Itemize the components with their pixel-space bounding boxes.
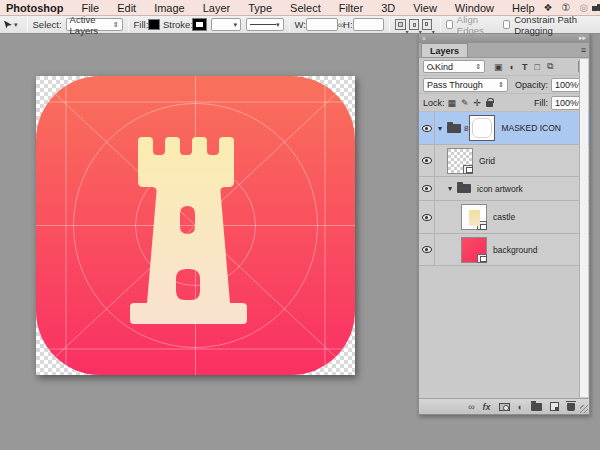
layer-thumbnail[interactable] [461,204,487,230]
panel-menu-icon[interactable]: ≡ [581,46,586,55]
layer-name[interactable]: castle [493,212,515,222]
layer-thumbnail[interactable] [461,237,487,263]
mask-link-icon: 8 [464,124,468,133]
fill-label: Fill: [534,98,548,108]
menu-filter[interactable]: Filter [330,0,372,16]
shape-width-input[interactable] [306,18,338,31]
add-layer-mask-icon[interactable] [499,403,510,411]
blend-mode-dropdown[interactable]: Pass Through ⇕ [423,78,508,92]
layer-row-icon-artwork[interactable]: ▾ icon artwork [419,177,589,201]
shape-height-input[interactable] [353,18,385,31]
layers-panel-footer: ∞ fx ◐ [419,398,589,414]
dropbox-icon[interactable]: ❖ [544,2,553,13]
menu-layer[interactable]: Layer [194,0,240,16]
document-canvas[interactable] [36,76,355,375]
layer-name[interactable]: icon artwork [477,184,523,194]
menu-photoshop[interactable]: Photoshop [0,0,72,16]
layer-row-background[interactable]: background [419,234,589,266]
align-edges-checkbox[interactable]: Align Edges [446,14,493,36]
menu-select[interactable]: Select [281,0,330,16]
opacity-label: Opacity: [515,80,548,90]
disclosure-triangle-icon[interactable]: ▾ [445,184,455,193]
filter-type-layers-icon[interactable]: T [522,62,528,72]
opacity-value: 100% [555,80,578,90]
layer-name[interactable]: MASKED ICON [501,123,561,133]
menu-view[interactable]: View [404,0,446,16]
eye-icon [422,214,432,221]
layer-row-masked-icon[interactable]: ▾ 8 MASKED ICON [419,112,589,145]
lock-all-icon[interactable] [486,101,493,107]
fill-color-swatch[interactable] [148,19,160,30]
menu-3d[interactable]: 3D [372,0,404,16]
visibility-cell[interactable] [419,177,435,200]
divider [389,18,390,32]
one-circle-icon[interactable]: ① [562,2,571,13]
menu-status-icons: ❖ ① ◎ ▯ [544,2,600,13]
visibility-cell[interactable] [419,201,435,233]
stroke-width-dropdown[interactable]: ▾ [211,18,241,31]
path-arrangement-button[interactable] [422,19,432,30]
checkbox-icon [503,20,510,29]
new-group-icon[interactable] [531,403,542,411]
visibility-cell[interactable] [419,145,435,176]
menu-file[interactable]: File [72,0,108,16]
layer-row-castle[interactable]: castle [419,201,589,234]
filter-pixel-layers-icon[interactable]: ▣ [494,62,503,72]
menu-image[interactable]: Image [145,0,194,16]
menu-bar: Photoshop File Edit Image Layer Type Sel… [0,0,600,16]
filter-smart-objects-icon[interactable]: ⧉ [547,61,553,72]
eye-icon [422,157,432,164]
smart-object-badge-icon [477,254,487,263]
dropdown-arrow-icon: ▾ [14,21,18,29]
stroke-color-swatch[interactable] [193,19,206,30]
path-operations-button[interactable] [395,19,405,30]
stroke-type-dropdown[interactable]: ▾ [246,18,284,31]
layer-row-grid[interactable]: Grid [419,145,589,177]
icon-svg [36,76,355,375]
tab-layers[interactable]: Layers [421,43,468,57]
stroke-label: Stroke: [163,19,193,30]
smart-object-badge-icon [477,221,487,230]
layer-name[interactable]: Grid [479,156,495,166]
delete-layer-icon[interactable] [567,403,575,411]
checkbox-icon [446,20,453,29]
layer-name[interactable]: background [493,245,537,255]
eye-icon [422,185,432,192]
layer-styles-icon[interactable]: fx [483,402,491,412]
app-icon-artwork [36,76,355,375]
updown-arrow-icon: ⇕ [475,63,481,71]
menu-edit[interactable]: Edit [108,0,145,16]
filter-adjustment-layers-icon[interactable]: ◐ [510,62,515,72]
menu-type[interactable]: Type [239,0,281,16]
disclosure-triangle-icon[interactable]: ▾ [435,124,445,133]
smart-object-badge-icon [463,165,473,174]
lock-move-icon[interactable]: ✛ [474,98,482,108]
updown-arrow-icon: ⇕ [498,81,504,89]
lock-paint-icon[interactable]: ✎ [461,98,469,108]
loop-icon[interactable]: ◎ [580,2,589,13]
path-alignment-button[interactable] [409,19,419,30]
new-layer-icon[interactable] [550,402,559,411]
filter-shape-layers-icon[interactable]: □ [534,62,539,72]
search-icon [427,64,433,70]
adjustment-layer-icon[interactable]: ◐ [518,402,523,412]
layer-filter-row: Kind ⇕ ▣ ◐ T □ ⧉ [419,58,589,76]
filter-kind-dropdown[interactable]: Kind ⇕ [423,60,485,73]
link-layers-icon[interactable]: ∞ [468,402,474,412]
panel-scrollbar[interactable] [579,59,588,397]
select-mode-dropdown[interactable]: Active Layers ⇕ [66,18,123,31]
group-folder-icon [457,184,471,193]
visibility-cell[interactable] [419,112,435,144]
layer-thumbnail[interactable] [447,148,473,174]
visibility-cell[interactable] [419,234,435,265]
menu-window[interactable]: Window [446,0,503,16]
width-label: W: [295,19,306,30]
panel-resize-grip[interactable] [580,405,588,413]
divider [440,18,441,32]
dock-mark-icon: × [422,35,426,42]
menu-help[interactable]: Help [503,0,544,16]
constrain-path-dragging-checkbox[interactable]: Constrain Path Dragging [503,14,590,36]
lock-transparency-icon[interactable]: ▦ [448,98,457,108]
tool-preset-picker[interactable]: ▾ [0,21,22,29]
vector-mask-thumbnail[interactable] [469,115,495,141]
